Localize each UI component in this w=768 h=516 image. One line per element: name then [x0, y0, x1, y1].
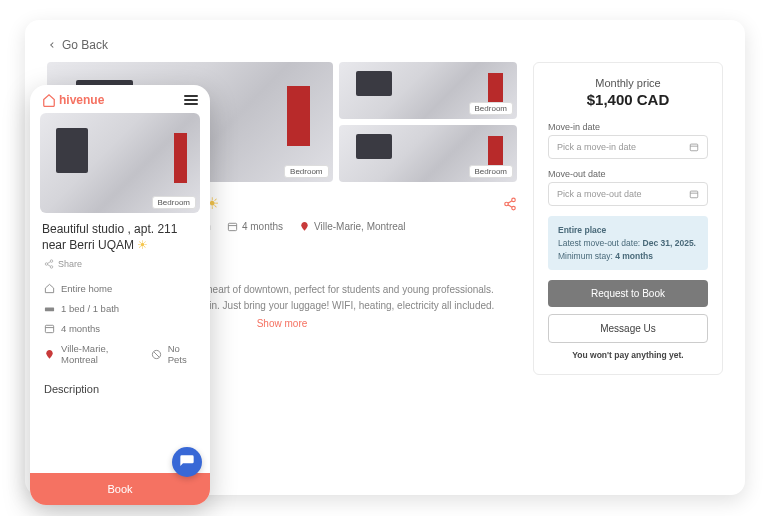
go-back-label: Go Back	[62, 38, 108, 52]
request-book-button[interactable]: Request to Book	[548, 280, 708, 307]
chat-fab[interactable]	[172, 447, 202, 477]
share-icon[interactable]	[503, 197, 517, 211]
image-badge: Bedroom	[469, 102, 513, 115]
calendar-icon	[227, 221, 238, 232]
svg-rect-17	[45, 308, 54, 312]
meta-location: Ville-Marie, Montreal	[44, 343, 137, 365]
mobile-hero-image[interactable]: Bedroom	[40, 113, 200, 213]
logo-icon	[42, 93, 56, 107]
sun-icon: ☀	[137, 238, 148, 252]
meta-home: Entire home	[44, 283, 196, 294]
svg-rect-6	[228, 223, 236, 230]
no-pets-icon	[151, 349, 162, 360]
gallery-thumb[interactable]: Bedroom	[339, 62, 517, 119]
meta-duration: 4 months	[227, 221, 283, 232]
home-icon	[44, 283, 55, 294]
svg-point-2	[512, 206, 516, 210]
brand-logo[interactable]: hivenue	[42, 93, 104, 107]
movein-label: Move-in date	[548, 122, 708, 132]
meta-beds: 1 bed / 1 bath	[44, 303, 196, 314]
booking-card: Monthly price $1,400 CAD Move-in date Pi…	[533, 62, 723, 375]
image-badge: Bedroom	[469, 165, 513, 178]
svg-point-14	[50, 266, 53, 269]
menu-icon[interactable]	[184, 95, 198, 105]
image-badge: Bedroom	[152, 196, 196, 209]
description-heading: Description	[30, 369, 210, 401]
mobile-title: Beautiful studio , apt. 211 near Berri U…	[30, 213, 210, 257]
description: n the heart of downtown, perfect for stu…	[182, 282, 517, 314]
pin-icon	[44, 349, 55, 360]
listing-meta: ath 4 months Ville-Marie, Montreal	[182, 221, 517, 232]
meta-duration: 4 months	[44, 323, 196, 334]
svg-line-16	[48, 262, 51, 264]
go-back-button[interactable]: Go Back	[47, 38, 723, 52]
meta-location: Ville-Marie, Montreal	[299, 221, 406, 232]
moveout-label: Move-out date	[548, 169, 708, 179]
share-button[interactable]: Share	[30, 257, 210, 279]
image-badge: Bedroom	[284, 165, 328, 178]
chevron-left-icon	[47, 40, 57, 50]
svg-rect-8	[690, 144, 698, 151]
svg-line-15	[48, 265, 51, 267]
pay-note: You won't pay anything yet.	[548, 350, 708, 360]
chat-icon	[179, 454, 195, 470]
meta-pets: No Pets	[151, 343, 196, 365]
moveout-input[interactable]: Pick a move-out date	[548, 182, 708, 206]
pin-icon	[299, 221, 310, 232]
message-us-button[interactable]: Message Us	[548, 314, 708, 343]
calendar-icon	[44, 323, 55, 334]
bed-icon	[44, 303, 55, 314]
svg-line-21	[153, 352, 159, 358]
svg-point-1	[505, 202, 509, 206]
svg-point-13	[45, 263, 48, 266]
svg-rect-10	[690, 191, 698, 198]
book-button[interactable]: Book	[30, 473, 210, 505]
mobile-view: hivenue Bedroom Beautiful studio , apt. …	[30, 85, 210, 505]
gallery-thumb[interactable]: Bedroom	[339, 125, 517, 182]
info-box: Entire place Latest move-out date: Dec 3…	[548, 216, 708, 270]
svg-line-3	[508, 204, 512, 206]
calendar-icon	[689, 142, 699, 152]
svg-line-4	[508, 200, 512, 202]
price-label: Monthly price	[548, 77, 708, 89]
calendar-icon	[689, 189, 699, 199]
movein-input[interactable]: Pick a move-in date	[548, 135, 708, 159]
svg-rect-18	[45, 326, 53, 333]
price-value: $1,400 CAD	[548, 91, 708, 108]
mobile-meta-list: Entire home 1 bed / 1 bath 4 months Vill…	[30, 279, 210, 369]
svg-point-12	[50, 260, 53, 263]
share-icon	[44, 259, 54, 269]
svg-point-0	[512, 198, 516, 202]
